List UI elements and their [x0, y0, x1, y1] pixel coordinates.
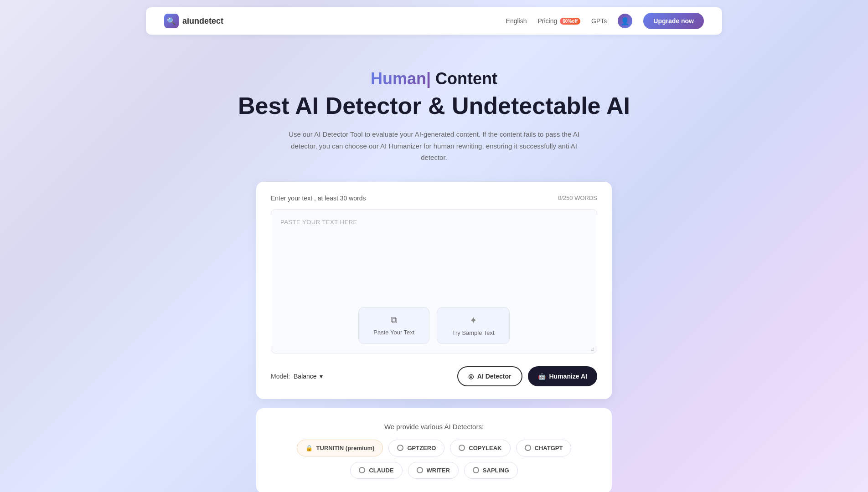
detector-chip[interactable]: GPTZERO — [388, 440, 444, 456]
chip-label: SAPLING — [483, 467, 509, 474]
word-count: 0/250 WORDS — [558, 195, 597, 201]
chip-label: WRITER — [427, 467, 450, 474]
chip-label: CHATGPT — [535, 445, 563, 451]
humanize-label: Humanize AI — [549, 373, 588, 380]
nav-pricing: Pricing — [538, 17, 558, 25]
hero-subtitle-gradient: Human| — [371, 69, 431, 88]
chip-label: TURNITIN (premium) — [316, 445, 375, 451]
humanize-button[interactable]: 🤖 Humanize AI — [528, 366, 598, 386]
hero-subtitle: Human| Content — [9, 69, 859, 88]
textarea-wrapper: ⧉ Paste Your Text ✦ Try Sample Text ⊿ — [271, 209, 597, 354]
circle-icon — [473, 467, 479, 473]
circle-icon — [417, 467, 423, 473]
detector-chip[interactable]: CHATGPT — [516, 440, 572, 456]
ai-detector-label: AI Detector — [477, 373, 512, 380]
detector-chip[interactable]: COPYLEAK — [450, 440, 510, 456]
resize-handle: ⊿ — [589, 346, 595, 351]
model-value: Balance — [294, 373, 317, 380]
circle-icon — [525, 445, 531, 451]
model-selector: Model: Balance ▾ — [271, 373, 323, 380]
humanize-icon: 🤖 — [538, 373, 546, 380]
chip-label: GPTZERO — [407, 445, 436, 451]
circle-icon — [459, 445, 465, 451]
nav-links: English Pricing 60%off GPTs 👤 Upgrade no… — [506, 13, 704, 29]
footer-buttons: ◎ AI Detector 🤖 Humanize AI — [457, 366, 597, 386]
circle-icon — [397, 445, 403, 451]
paste-btn-label: Paste Your Text — [373, 329, 414, 336]
detector-chip[interactable]: SAPLING — [464, 462, 518, 479]
detector-chips: 🔒TURNITIN (premium)GPTZEROCOPYLEAKCHATGP… — [274, 440, 594, 479]
sample-btn-label: Try Sample Text — [452, 329, 494, 336]
nav-english[interactable]: English — [506, 17, 527, 25]
ai-detector-button[interactable]: ◎ AI Detector — [457, 366, 522, 386]
hero-description: Use our AI Detector Tool to evaluate you… — [288, 128, 580, 164]
model-label: Model: — [271, 373, 290, 380]
paste-text-button[interactable]: ⧉ Paste Your Text — [358, 307, 429, 344]
detector-chip[interactable]: WRITER — [408, 462, 459, 479]
sample-text-button[interactable]: ✦ Try Sample Text — [437, 307, 509, 344]
card-footer: Model: Balance ▾ ◎ AI Detector 🤖 Humaniz… — [271, 363, 597, 386]
paste-icon: ⧉ — [391, 315, 397, 325]
hero-subtitle-dark: Content — [435, 69, 497, 88]
detector-icon: ◎ — [468, 373, 474, 380]
upgrade-button[interactable]: Upgrade now — [643, 13, 704, 29]
logo-text: aiundetect — [182, 16, 223, 26]
detector-chip[interactable]: 🔒TURNITIN (premium) — [297, 440, 383, 456]
text-input[interactable] — [271, 210, 597, 301]
model-dropdown[interactable]: Balance ▾ — [294, 373, 323, 380]
detectors-title: We provide various AI Detectors: — [274, 423, 594, 430]
detector-chip[interactable]: CLAUDE — [350, 462, 402, 479]
nav-gpts[interactable]: GPTs — [591, 17, 607, 25]
hero-section: Human| Content Best AI Detector & Undete… — [0, 42, 868, 492]
user-avatar[interactable]: 👤 — [618, 14, 632, 28]
lock-icon: 🔒 — [305, 445, 313, 451]
navbar: 🔍 aiundetect English Pricing 60%off GPTs… — [146, 7, 722, 35]
pricing-item[interactable]: Pricing 60%off — [538, 17, 581, 25]
logo[interactable]: 🔍 aiundetect — [164, 14, 223, 28]
chip-label: CLAUDE — [369, 467, 393, 474]
chevron-down-icon: ▾ — [320, 373, 323, 380]
detectors-section: We provide various AI Detectors: 🔒TURNIT… — [256, 408, 612, 492]
input-label: Enter your text , at least 30 words — [271, 195, 366, 202]
main-input-card: Enter your text , at least 30 words 0/25… — [256, 182, 612, 399]
action-buttons: ⧉ Paste Your Text ✦ Try Sample Text — [271, 302, 597, 353]
circle-icon — [359, 467, 365, 473]
pricing-badge: 60%off — [560, 18, 580, 25]
logo-icon: 🔍 — [164, 14, 179, 28]
hero-title: Best AI Detector & Undetectable AI — [9, 92, 859, 119]
sample-icon: ✦ — [470, 315, 477, 326]
card-header: Enter your text , at least 30 words 0/25… — [271, 195, 597, 202]
chip-label: COPYLEAK — [469, 445, 501, 451]
